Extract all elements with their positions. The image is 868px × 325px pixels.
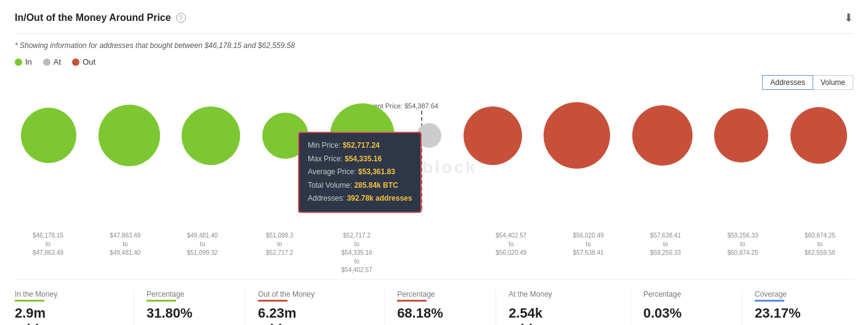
legend-dot-at bbox=[43, 58, 50, 66]
tooltip-max-price: Max Price: $54,335.16 bbox=[308, 153, 412, 166]
x-label-9: $59,256.33to$60,874.25 bbox=[712, 231, 774, 275]
tooltip-min-label: Min Price: bbox=[308, 141, 343, 150]
tooltip-box: Min Price: $52,717.24 Max Price: $54,335… bbox=[298, 132, 422, 213]
x-label-3: $51,099.3to$52,717.2 bbox=[249, 231, 310, 275]
bubble-wrap-0 bbox=[21, 108, 76, 163]
addresses-button[interactable]: Addresses bbox=[762, 75, 813, 90]
bubble-wrap-1 bbox=[98, 105, 160, 166]
legend-item-in: In bbox=[15, 57, 32, 66]
pct-label-1: Percentage bbox=[397, 290, 478, 299]
title-group: In/Out of the Money Around Price ? bbox=[15, 12, 186, 23]
bubble-2[interactable] bbox=[182, 106, 240, 165]
stat-underline-1 bbox=[258, 300, 287, 302]
tooltip-avg-value: $53,361.83 bbox=[358, 167, 395, 176]
x-labels-row: $46,178.15to$47,863.49$47,863.49to$49,48… bbox=[15, 231, 853, 275]
main-container: In/Out of the Money Around Price ? ⬇ * S… bbox=[0, 0, 868, 325]
stat-label-1: Out of the Money bbox=[258, 290, 367, 299]
legend-item-at: At bbox=[43, 57, 61, 66]
bubbles-row bbox=[15, 102, 853, 169]
tooltip-min-price: Min Price: $52,717.24 bbox=[308, 139, 412, 153]
stat-label-0: In the Money bbox=[15, 290, 116, 299]
bubble-6[interactable] bbox=[464, 106, 522, 165]
bubble-wrap-8 bbox=[632, 105, 693, 166]
x-label-0: $46,178.15to$47,863.49 bbox=[17, 231, 79, 275]
bubble-8[interactable] bbox=[632, 105, 693, 166]
x-label-10: $60,874.25to$62,559.58 bbox=[789, 231, 851, 275]
bubble-7[interactable] bbox=[544, 102, 610, 169]
x-label-5 bbox=[403, 231, 465, 275]
stat-group-2: At the Money2.54k addresses bbox=[508, 290, 630, 325]
x-label-1: $47,863.49to$49,481.40 bbox=[94, 231, 156, 275]
legend-label-in: In bbox=[25, 57, 32, 66]
stat-label-2: At the Money bbox=[508, 290, 613, 299]
pct-value-2: 0.03% bbox=[643, 305, 725, 321]
pct-value-1: 68.18% bbox=[397, 305, 478, 321]
pct-label-2: Percentage bbox=[643, 290, 725, 299]
stat-value-3: 23.17% bbox=[755, 305, 836, 321]
tooltip-addresses: Addresses: 392.78k addresses bbox=[308, 192, 412, 206]
stat-pct-divider-2 bbox=[630, 290, 631, 325]
bubble-wrap-9 bbox=[714, 108, 768, 162]
stat-value-0: 2.9m addresses bbox=[15, 305, 116, 326]
bubble-wrap-2 bbox=[182, 106, 240, 165]
stat-underline-2 bbox=[508, 300, 538, 302]
pct-underline-1 bbox=[397, 300, 427, 302]
x-label-4: $52,717.2to$54,335.16to$54,402.57 bbox=[326, 231, 388, 275]
tooltip-total-vol: Total Volume: 285.84k BTC bbox=[308, 179, 412, 193]
tooltip-max-value: $54,335.16 bbox=[345, 154, 382, 163]
bubble-wrap-6 bbox=[464, 106, 522, 165]
pct-group-2: Percentage0.03% bbox=[643, 290, 742, 321]
bubble-wrap-7 bbox=[544, 102, 610, 169]
bubble-10[interactable] bbox=[790, 107, 847, 164]
x-label-8: $57,638.41to$59,256.33 bbox=[635, 231, 696, 275]
tooltip-vol-label: Total Volume: bbox=[308, 181, 354, 190]
legend-label-out: Out bbox=[82, 57, 95, 66]
bubble-0[interactable] bbox=[21, 108, 76, 163]
pct-value-0: 31.80% bbox=[147, 305, 228, 321]
stat-pct-divider-0 bbox=[134, 290, 134, 325]
tooltip-vol-value: 285.84k BTC bbox=[354, 181, 398, 190]
help-icon[interactable]: ? bbox=[176, 13, 186, 23]
pct-underline-2 bbox=[643, 300, 673, 302]
x-label-6: $54,402.57to$56,020.49 bbox=[480, 231, 542, 275]
subtitle: * Showing information for addresses that… bbox=[15, 41, 853, 50]
stat-value-1: 6.23m addresses bbox=[258, 305, 367, 326]
stat-pct-divider-1 bbox=[384, 290, 385, 325]
stat-value-2: 2.54k addresses bbox=[508, 305, 613, 326]
bubble-1[interactable] bbox=[98, 105, 160, 166]
chart-controls: Addresses Volume bbox=[15, 75, 853, 90]
stat-group-0: In the Money2.9m addresses bbox=[15, 290, 134, 325]
tooltip-avg-price: Average Price: $53,361.83 bbox=[308, 166, 412, 179]
tooltip-addr-value: 392.78k addresses bbox=[347, 194, 412, 203]
header-row: In/Out of the Money Around Price ? ⬇ bbox=[15, 11, 853, 34]
pct-group-1: Percentage68.18% bbox=[397, 290, 496, 321]
legend-dot-out bbox=[72, 58, 79, 66]
legend-label-at: At bbox=[54, 57, 61, 66]
x-label-7: $56,020.49to$57,638.41 bbox=[558, 231, 619, 275]
stat-group-3: Coverage23.17% bbox=[755, 290, 853, 321]
bubble-wrap-10 bbox=[790, 107, 847, 164]
tooltip-max-label: Max Price: bbox=[308, 154, 345, 163]
tooltip-min-value: $52,717.24 bbox=[343, 141, 380, 150]
legend-item-out: Out bbox=[72, 57, 95, 66]
pct-label-0: Percentage bbox=[147, 290, 228, 299]
volume-button[interactable]: Volume bbox=[813, 75, 853, 90]
bubble-9[interactable] bbox=[714, 108, 768, 162]
stat-label-3: Coverage bbox=[755, 290, 836, 299]
x-label-2: $49,481.40to$51,099.32 bbox=[172, 231, 233, 275]
stats-row: In the Money2.9m addressesPercentage31.8… bbox=[15, 279, 853, 325]
chart-area: Current Price: $54,387.64 theblock Min P… bbox=[15, 102, 853, 225]
tooltip-addr-label: Addresses: bbox=[308, 194, 347, 203]
tooltip-avg-label: Average Price: bbox=[308, 167, 358, 176]
stat-group-1: Out of the Money6.23m addresses bbox=[258, 290, 384, 325]
stat-divider-2 bbox=[496, 290, 496, 325]
stat-underline-3 bbox=[755, 300, 784, 302]
stat-underline-0 bbox=[15, 300, 44, 302]
legend: In At Out bbox=[15, 57, 853, 66]
download-icon[interactable]: ⬇ bbox=[844, 11, 853, 25]
pct-underline-0 bbox=[147, 300, 176, 302]
pct-group-0: Percentage31.80% bbox=[147, 290, 245, 321]
legend-dot-in bbox=[15, 58, 22, 66]
stat-divider-3 bbox=[742, 290, 742, 325]
page-title: In/Out of the Money Around Price bbox=[15, 12, 171, 23]
